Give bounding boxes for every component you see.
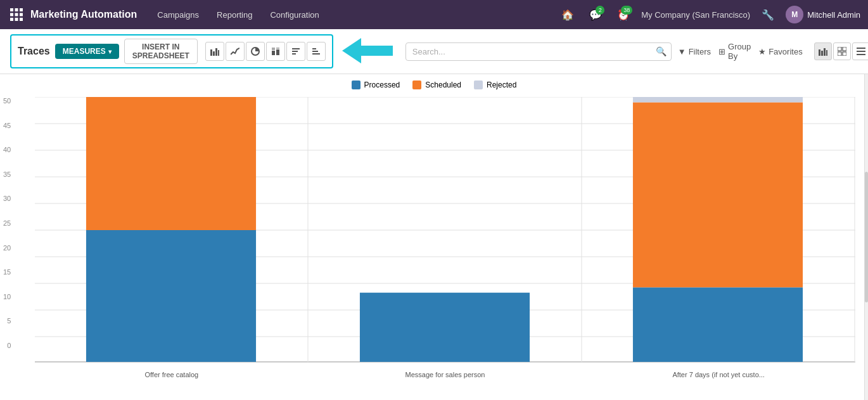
- svg-rect-21: [312, 53, 320, 55]
- descending-btn[interactable]: [286, 42, 305, 61]
- search-icon[interactable]: 🔍: [656, 46, 667, 56]
- bar-chart-btn[interactable]: [205, 42, 224, 61]
- svg-rect-20: [292, 53, 296, 55]
- nav-right: 🏠 💬 2 ⏰ 38 My Company (San Francisco) 🔧 …: [558, 4, 860, 25]
- svg-rect-11: [215, 48, 217, 56]
- svg-rect-25: [819, 49, 820, 56]
- x-axis-labels: Offer free catalog Message for sales per…: [35, 371, 855, 378]
- svg-rect-30: [843, 47, 846, 51]
- bar3-scheduled: [633, 102, 803, 287]
- filters-btn[interactable]: ▼ Filters: [678, 47, 711, 56]
- svg-rect-28: [826, 50, 827, 56]
- bar3-rejected: [633, 97, 803, 102]
- line-chart-btn[interactable]: [226, 42, 245, 61]
- bar3-processed: [633, 287, 803, 362]
- svg-rect-7: [15, 18, 18, 21]
- grid-view-btn[interactable]: [833, 42, 851, 60]
- group-icon: ⊞: [718, 47, 725, 56]
- chart-legend: Processed Scheduled Rejected: [0, 74, 868, 89]
- toolbar-row: Traces MEASURES ▾ INSERT IN SPREADSHEET: [0, 29, 868, 74]
- svg-rect-12: [218, 50, 219, 56]
- svg-rect-8: [20, 18, 23, 21]
- filter-icon: ▼: [678, 47, 686, 56]
- svg-rect-23: [312, 48, 316, 49]
- y-label-35: 35: [3, 171, 11, 178]
- svg-rect-32: [843, 52, 846, 56]
- y-label-25: 25: [3, 219, 11, 227]
- arrow-annotation: [342, 38, 393, 65]
- user-menu[interactable]: M Mitchell Admin: [786, 6, 860, 23]
- bar2-processed: [360, 293, 530, 362]
- legend-rejected: Rejected: [474, 81, 516, 89]
- y-label-0: 0: [3, 342, 11, 349]
- chart-type-buttons: [205, 42, 326, 61]
- nav-menu: Campaigns Reporting Configuration: [150, 6, 558, 23]
- menu-campaigns[interactable]: Campaigns: [150, 6, 207, 23]
- x-label-2: After 7 days (if not yet custo...: [582, 371, 855, 378]
- scrollbar-thumb[interactable]: [865, 172, 868, 302]
- clock-badge: 38: [621, 6, 632, 15]
- x-label-0: Offer free catalog: [35, 371, 309, 378]
- chart-view-btn[interactable]: [814, 42, 832, 60]
- ascending-btn[interactable]: [307, 42, 326, 61]
- svg-rect-35: [857, 54, 865, 55]
- stacked-chart-btn[interactable]: [266, 42, 285, 61]
- svg-marker-24: [342, 38, 393, 63]
- svg-rect-1: [15, 8, 18, 11]
- insert-spreadsheet-button[interactable]: INSERT IN SPREADSHEET: [124, 39, 198, 64]
- home-icon-btn[interactable]: 🏠: [558, 4, 578, 25]
- chart-plot-wrapper: 0 5 10 15 20 25 30 35 40 45 50: [35, 97, 855, 363]
- svg-rect-22: [312, 51, 318, 52]
- x-label-1: Message for sales person: [309, 371, 582, 378]
- y-axis-labels: 0 5 10 15 20 25 30 35 40 45 50: [3, 97, 11, 349]
- menu-reporting[interactable]: Reporting: [209, 6, 260, 23]
- view-toggle-buttons: [814, 42, 868, 60]
- filter-buttons: ▼ Filters ⊞ Group By ★ Favorites: [678, 42, 803, 61]
- svg-rect-31: [838, 52, 841, 56]
- svg-rect-14: [272, 51, 275, 55]
- settings-icon-btn[interactable]: 🔧: [758, 4, 778, 25]
- star-icon: ★: [758, 47, 766, 56]
- favorites-btn[interactable]: ★ Favorites: [758, 47, 802, 56]
- y-label-50: 50: [3, 97, 11, 105]
- company-name: My Company (San Francisco): [641, 10, 750, 20]
- svg-rect-2: [20, 8, 23, 11]
- svg-rect-26: [821, 51, 823, 56]
- user-avatar: M: [786, 6, 803, 23]
- y-label-5: 5: [3, 317, 11, 325]
- bar1-processed: [86, 230, 256, 362]
- chart-area: Processed Scheduled Rejected 0 5 10 15 2…: [0, 74, 868, 400]
- svg-rect-3: [10, 13, 13, 16]
- svg-rect-33: [857, 48, 865, 49]
- search-input[interactable]: [405, 42, 672, 61]
- y-label-30: 30: [3, 195, 11, 202]
- bar1-scheduled: [86, 97, 256, 230]
- rejected-color-swatch: [474, 81, 483, 89]
- toolbar-highlighted-section: Traces MEASURES ▾ INSERT IN SPREADSHEET: [10, 34, 333, 68]
- svg-rect-18: [292, 48, 300, 49]
- measures-caret: ▾: [108, 48, 112, 55]
- measures-button[interactable]: MEASURES ▾: [55, 44, 119, 59]
- pie-chart-btn[interactable]: [246, 42, 265, 61]
- svg-rect-0: [10, 8, 13, 11]
- svg-rect-15: [272, 48, 275, 50]
- chat-badge: 2: [596, 6, 604, 15]
- svg-rect-34: [857, 51, 865, 52]
- list-view-btn[interactable]: [852, 42, 868, 60]
- menu-configuration[interactable]: Configuration: [262, 6, 326, 23]
- svg-rect-17: [276, 48, 279, 49]
- y-label-20: 20: [3, 244, 11, 252]
- svg-rect-19: [292, 51, 298, 52]
- page-title: Traces: [18, 46, 50, 57]
- svg-rect-10: [213, 51, 215, 56]
- legend-processed: Processed: [352, 81, 400, 89]
- top-navigation: Marketing Automation Campaigns Reporting…: [0, 0, 868, 29]
- page-content: Traces MEASURES ▾ INSERT IN SPREADSHEET: [0, 29, 868, 400]
- group-by-btn[interactable]: ⊞ Group By: [718, 42, 751, 61]
- processed-color-swatch: [352, 81, 361, 89]
- chat-icon-btn[interactable]: 💬 2: [585, 4, 606, 25]
- apps-grid-icon[interactable]: [8, 6, 25, 23]
- clock-icon-btn[interactable]: ⏰ 38: [613, 4, 634, 25]
- right-scrollbar[interactable]: [864, 74, 868, 400]
- chart-svg: [35, 97, 855, 363]
